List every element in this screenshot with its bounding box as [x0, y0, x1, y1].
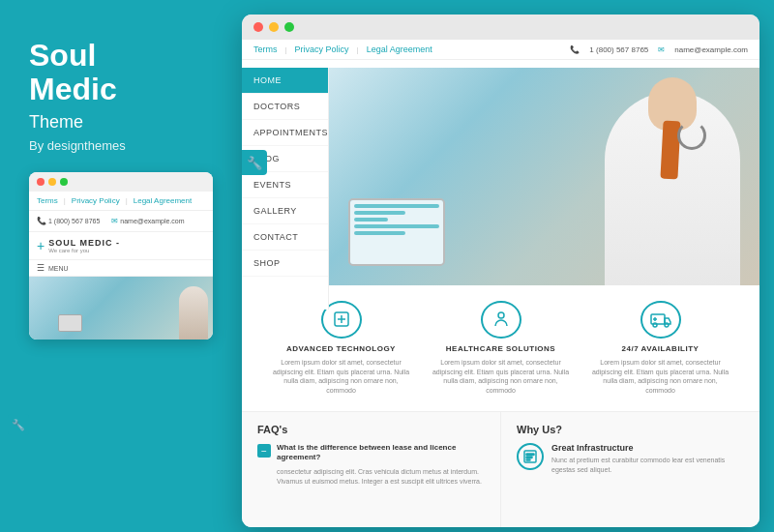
nav-privacy[interactable]: Privacy Policy — [295, 44, 349, 54]
mini-nav-legal[interactable]: Legal Agreement — [134, 196, 193, 205]
mini-dot-green — [60, 178, 68, 186]
bottom-section: FAQ's − What is the difference between l… — [242, 411, 759, 527]
hero-tablet — [348, 198, 445, 266]
nav-shop[interactable]: SHOP — [242, 251, 328, 277]
feature-desc-healthcare: Lorem ipsum dolor sit amet, consectetur … — [431, 358, 571, 396]
mini-wrench-button[interactable]: 🔧 — [8, 414, 29, 435]
main-sidebar-nav: HOME DOCTORS APPOINTMENTS BLOG EVENTS GA… — [242, 68, 329, 310]
main-dot-yellow — [269, 22, 279, 32]
feature-title-availability: 24/7 AVAILABILITY — [622, 344, 700, 353]
why-item: Great Infrastructure Nunc at pretium est… — [517, 443, 744, 475]
nav-legal[interactable]: Legal Agreement — [367, 44, 432, 54]
mini-tablet — [58, 314, 82, 332]
nav-div1: | — [285, 45, 287, 54]
theme-subtitle: Theme — [29, 112, 208, 133]
faq-panel: FAQ's − What is the difference between l… — [242, 412, 501, 527]
nav-doctors[interactable]: DOCTORS — [242, 94, 328, 120]
mini-phone-icon: 📞 — [37, 217, 46, 225]
mini-email: ✉ name@example.com — [111, 217, 184, 225]
faq-title: FAQ's — [257, 424, 485, 435]
nav-events[interactable]: EVENTS — [242, 172, 328, 198]
main-contact-info: 📞 1 (800) 567 8765 ✉ name@example.com — [570, 45, 748, 54]
faq-content: What is the difference between lease and… — [277, 443, 485, 486]
tablet-line-5 — [354, 231, 405, 235]
mini-dot-yellow — [48, 178, 56, 186]
mini-email-text: name@example.com — [120, 218, 184, 224]
mini-menu-button[interactable]: ☰ MENU — [29, 260, 213, 277]
main-titlebar — [242, 15, 759, 40]
theme-title: Soul Medic — [29, 39, 208, 106]
mini-nav-privacy[interactable]: Privacy Policy — [72, 196, 120, 205]
svg-point-6 — [665, 323, 669, 327]
why-item-title: Great Infrastructure — [551, 443, 744, 453]
faq-toggle[interactable]: − — [257, 444, 271, 458]
left-panel: Soul Medic Theme By designthemes Terms |… — [0, 0, 237, 532]
nav-appointments[interactable]: APPOINTMENTS — [242, 120, 328, 146]
tablet-line-4 — [354, 224, 439, 228]
faq-question-text: What is the difference between lease and… — [277, 443, 485, 463]
mini-logo-text: SOUL MEDIC - — [48, 238, 120, 248]
feature-desc-availability: Lorem ipsum dolor sit amet, consectetur … — [590, 358, 730, 396]
why-title: Why Us? — [517, 424, 744, 435]
main-dot-red — [253, 22, 263, 32]
theme-title-line2: Medic — [29, 72, 117, 106]
mini-logo-plus: + — [37, 238, 45, 253]
tablet-line-2 — [354, 211, 405, 215]
main-email: name@example.com — [674, 45, 748, 54]
hamburger-icon: ☰ — [37, 263, 45, 273]
theme-byline: By designthemes — [29, 138, 208, 153]
main-browser: Terms | Privacy Policy | Legal Agreement… — [242, 15, 759, 527]
mini-contact-header: 📞 1 (800) 567 8765 ✉ name@example.com — [29, 211, 213, 232]
main-dot-green — [284, 22, 294, 32]
feature-desc-tech: Lorem ipsum dolor sit amet, consectetur … — [271, 358, 411, 396]
mini-nav-div1: | — [64, 196, 66, 205]
mini-phone-number: 1 (800) 567 8765 — [48, 218, 100, 224]
why-panel: Why Us? Great Infrastructure Nunc at pre… — [501, 412, 759, 527]
nav-home[interactable]: HOME — [242, 68, 328, 94]
faq-answer-text: consectetur adipiscing elit. Cras vehicu… — [277, 467, 485, 487]
mini-browser-card: Terms | Privacy Policy | Legal Agreement… — [29, 172, 213, 340]
faq-question-item: − What is the difference between lease a… — [257, 443, 485, 486]
theme-title-line1: Soul — [29, 38, 96, 73]
main-nav-bar: Terms | Privacy Policy | Legal Agreement… — [242, 40, 759, 60]
mini-hero — [29, 277, 213, 340]
svg-rect-11 — [526, 457, 532, 458]
mini-logo-tagline: We care for you — [48, 248, 120, 253]
svg-point-5 — [653, 323, 657, 327]
feature-icon-healthcare — [481, 301, 521, 339]
mini-nav-div2: | — [126, 196, 128, 205]
why-item-text: Nunc at pretium est curabitur commodo le… — [551, 456, 744, 475]
mini-phone: 📞 1 (800) 567 8765 — [37, 217, 100, 225]
mini-dot-red — [37, 178, 45, 186]
svg-point-3 — [498, 312, 504, 318]
svg-rect-12 — [526, 459, 530, 460]
main-phone: 1 (800) 567 8765 — [589, 45, 648, 54]
feature-title-healthcare: HEALTHCARE SOLUTIONS — [446, 344, 555, 353]
why-content: Great Infrastructure Nunc at pretium est… — [551, 443, 744, 475]
nav-terms[interactable]: Terms — [253, 44, 278, 54]
phone-icon: 📞 — [570, 45, 580, 54]
mini-menu-label: MENU — [48, 265, 69, 272]
wrench-button[interactable]: 🔧 — [242, 150, 267, 175]
nav-gallery[interactable]: GALLERY — [242, 198, 328, 224]
mini-nav-terms[interactable]: Terms — [37, 196, 58, 205]
feature-healthcare: HEALTHCARE SOLUTIONS Lorem ipsum dolor s… — [421, 301, 580, 396]
feature-icon-ambulance — [640, 301, 681, 339]
nav-div2: | — [357, 45, 359, 54]
tablet-line-3 — [354, 218, 388, 222]
mini-titlebar — [29, 172, 213, 192]
mini-doctor-figure — [179, 286, 208, 340]
main-hero — [329, 68, 759, 285]
mini-logo-text-group: SOUL MEDIC - We care for you — [48, 238, 120, 253]
email-icon: ✉ — [658, 45, 665, 54]
nav-contact[interactable]: CONTACT — [242, 224, 328, 251]
tablet-screen — [350, 200, 443, 264]
mini-nav-bar: Terms | Privacy Policy | Legal Agreement — [29, 192, 213, 211]
tablet-line-1 — [354, 204, 439, 208]
mini-email-icon: ✉ — [111, 217, 118, 225]
hero-background — [329, 68, 759, 285]
why-icon — [517, 443, 544, 470]
feature-title-tech: ADVANCED TECHNOLOGY — [286, 344, 396, 353]
svg-rect-10 — [526, 454, 534, 456]
doctor-stethoscope — [677, 121, 706, 150]
